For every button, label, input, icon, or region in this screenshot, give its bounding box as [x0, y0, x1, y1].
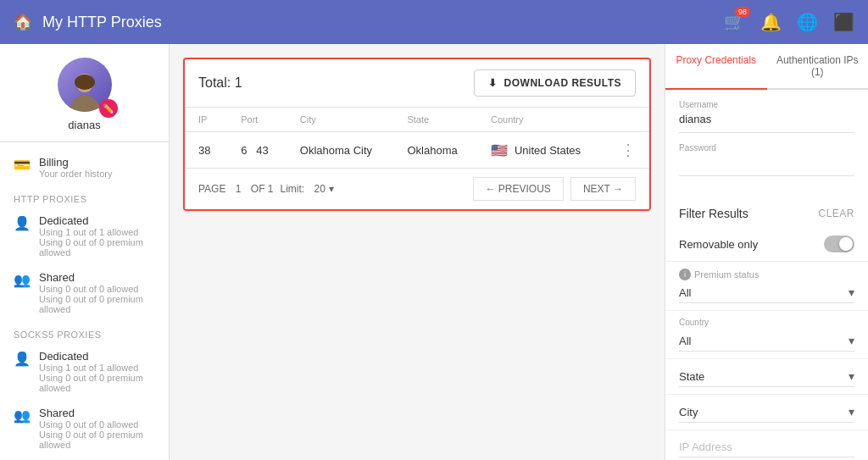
username-label: Username	[679, 100, 854, 109]
credentials-section: Username dianas Password	[665, 90, 868, 197]
page-num: 1	[236, 183, 242, 195]
limit-label: Limit:	[281, 183, 305, 195]
socks5-proxies-section-title: SOCKS5 Proxies	[0, 321, 169, 343]
country-select[interactable]: All ▾	[679, 330, 854, 352]
page-info: PAGE 1 OF 1	[198, 183, 274, 195]
http-dedicated-line2: Using 0 out of 0 premium allowed	[39, 237, 155, 258]
sidebar-item-socks5-dedicated[interactable]: 👤 Dedicated Using 1 out of 1 allowed Usi…	[0, 343, 169, 400]
page-of: OF 1	[251, 183, 274, 195]
home-icon[interactable]: 🏠	[14, 13, 32, 31]
limit-select[interactable]: Limit: 20 ▾	[281, 183, 334, 195]
tab-proxy-credentials[interactable]: Proxy Credentials	[665, 44, 767, 90]
premium-status-select[interactable]: All ▾	[679, 282, 854, 303]
billing-icon: 💳	[14, 157, 31, 173]
state-select[interactable]: State ▾	[679, 366, 854, 387]
clear-filter-button[interactable]: CLEAR	[818, 208, 854, 219]
http-dedicated-line1: Using 1 out of 1 allowed	[39, 227, 155, 237]
flag-icon: 🇺🇸	[491, 142, 508, 158]
socks5-shared-icon: 👥	[14, 407, 31, 424]
cart-badge: 98	[735, 7, 750, 17]
state-row: State ▾	[665, 359, 868, 395]
download-results-button[interactable]: ⬇ DOWNLOAD RESULTS	[474, 69, 636, 97]
city-value: City	[679, 406, 698, 418]
shared-icon: 👥	[14, 272, 31, 288]
sidebar-nav: 💳 Billing Your order history HTTP Proxie…	[0, 142, 169, 460]
socks5-shared-label: Shared	[39, 407, 155, 419]
removable-only-toggle[interactable]	[824, 236, 854, 252]
country-name: United States	[515, 144, 581, 157]
sidebar-item-socks5-shared[interactable]: 👥 Shared Using 0 out of 0 allowed Using …	[0, 400, 169, 457]
page-title: My HTTP Proxies	[42, 14, 724, 31]
main-layout: ✏️ dianas 💳 Billing Your order history H…	[0, 44, 868, 460]
sidebar-item-billing[interactable]: 💳 Billing Your order history	[0, 149, 169, 186]
edit-profile-button[interactable]: ✏️	[99, 99, 118, 118]
limit-value: 20	[314, 183, 326, 195]
cell-city: Oklahoma City	[287, 132, 394, 169]
ip-address-input[interactable]	[679, 437, 854, 457]
premium-status-arrow-icon: ▾	[849, 285, 854, 299]
http-proxies-section-title: HTTP Proxies	[0, 186, 169, 208]
profile-nav-button[interactable]: ⬛	[833, 12, 854, 32]
sidebar-profile: ✏️ dianas	[0, 44, 169, 142]
top-nav: 🏠 My HTTP Proxies 🛒 98 🔔 🌐 ⬛	[0, 0, 868, 44]
ip-address-row	[665, 430, 868, 460]
proxy-total: Total: 1	[198, 75, 242, 91]
country-row: Country All ▾	[665, 311, 868, 359]
nav-icons: 🛒 98 🔔 🌐 ⬛	[724, 12, 854, 32]
cell-country: 🇺🇸 United States	[477, 132, 604, 169]
col-city: City	[287, 108, 394, 132]
sidebar: ✏️ dianas 💳 Billing Your order history H…	[0, 44, 170, 460]
password-label: Password	[679, 143, 854, 152]
premium-hint-label: Premium status	[694, 269, 759, 280]
cell-ip: 38	[185, 132, 227, 169]
premium-status-row: i Premium status All ▾	[665, 262, 868, 311]
dedicated-icon: 👤	[14, 215, 31, 231]
tab-auth-ips[interactable]: Authentication IPs (1)	[767, 44, 869, 90]
billing-label: Billing	[39, 156, 112, 169]
info-icon: i	[679, 269, 691, 280]
globe-icon: 🌐	[797, 13, 818, 31]
col-port: Port	[227, 108, 287, 132]
page-label: PAGE	[198, 183, 225, 195]
premium-status-value: All	[679, 286, 691, 299]
sidebar-item-http-shared[interactable]: 👥 Shared Using 0 out of 0 allowed Using …	[0, 264, 169, 321]
socks5-shared-line1: Using 0 out of 0 allowed	[39, 419, 155, 430]
cart-button[interactable]: 🛒 98	[724, 12, 745, 32]
cell-state: Oklahoma	[393, 132, 477, 169]
right-panel: Proxy Credentials Authentication IPs (1)…	[665, 44, 868, 460]
download-icon: ⬇	[488, 77, 498, 89]
proxy-card-header: Total: 1 ⬇ DOWNLOAD RESULTS	[185, 59, 649, 108]
password-value	[679, 156, 854, 176]
col-ip: IP	[185, 108, 227, 132]
country-value: All	[679, 335, 691, 347]
socks5-dedicated-label: Dedicated	[39, 350, 155, 363]
prev-button[interactable]: ← PREVIOUS	[473, 177, 564, 201]
proxy-table: IP Port City State Country 38 6 43 Oklah…	[185, 108, 649, 168]
sidebar-username: dianas	[68, 119, 100, 131]
language-button[interactable]: 🌐	[797, 12, 818, 32]
city-select[interactable]: City ▾	[679, 402, 854, 423]
country-label: Country	[679, 318, 854, 327]
removable-only-label: Removable only	[679, 238, 758, 251]
notifications-button[interactable]: 🔔	[760, 12, 782, 32]
proxy-card: Total: 1 ⬇ DOWNLOAD RESULTS IP Port City…	[183, 58, 651, 211]
bell-icon: 🔔	[760, 13, 782, 31]
filter-header: Filter Results CLEAR	[665, 197, 868, 227]
filter-title: Filter Results	[679, 207, 748, 220]
table-row: 38 6 43 Oklahoma City Oklahoma 🇺🇸 United…	[185, 132, 649, 169]
billing-sublabel: Your order history	[39, 169, 112, 179]
cell-port: 6 43	[227, 132, 287, 169]
col-country: Country	[477, 108, 604, 132]
state-arrow-icon: ▾	[849, 369, 854, 383]
next-button[interactable]: NEXT →	[570, 177, 636, 201]
country-arrow-icon: ▾	[849, 334, 854, 347]
sidebar-item-http-dedicated[interactable]: 👤 Dedicated Using 1 out of 1 allowed Usi…	[0, 208, 169, 264]
row-actions-menu[interactable]: ⋮	[617, 141, 636, 159]
content-area: Total: 1 ⬇ DOWNLOAD RESULTS IP Port City…	[170, 44, 665, 460]
profile-nav-icon: ⬛	[833, 13, 854, 31]
http-shared-line2: Using 0 out of 0 premium allowed	[39, 294, 155, 314]
socks5-dedicated-line1: Using 1 out of 1 allowed	[39, 363, 155, 373]
cell-row-actions[interactable]: ⋮	[604, 132, 649, 169]
col-actions	[604, 108, 649, 132]
state-value: State	[679, 370, 704, 383]
